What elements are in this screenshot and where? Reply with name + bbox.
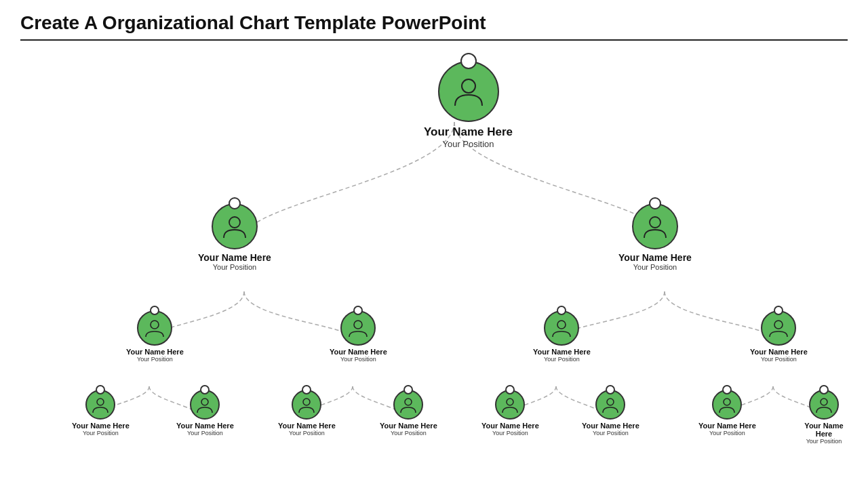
lrl-position: Your Position — [289, 430, 325, 436]
svg-point-11 — [507, 399, 513, 405]
avatar-r1 — [632, 203, 678, 249]
rrr-name: Your Name Here — [800, 422, 848, 438]
avatar-rr — [761, 310, 796, 346]
rrl-name: Your Name Here — [698, 422, 756, 430]
avatar-rll — [495, 390, 525, 420]
ring-ll — [150, 306, 159, 315]
svg-point-4 — [354, 321, 362, 329]
ring-lrl — [302, 385, 311, 394]
ring-root — [460, 53, 477, 69]
svg-point-2 — [650, 217, 660, 228]
svg-point-5 — [557, 321, 566, 329]
node-llr: Your Name Here Your Position — [176, 390, 234, 436]
node-lll: Your Name Here Your Position — [72, 390, 130, 436]
ring-lrr — [403, 385, 413, 394]
node-rrl: Your Name Here Your Position — [698, 390, 756, 436]
avatar-rlr — [595, 390, 625, 420]
root-position: Your Position — [442, 139, 494, 149]
node-rlr: Your Name Here Your Position — [582, 390, 639, 436]
avatar-lrl — [292, 390, 321, 420]
lrr-name: Your Name Here — [380, 422, 437, 430]
ring-rll — [505, 385, 515, 394]
node-rr: Your Name Here Your Position — [750, 310, 808, 363]
svg-point-6 — [774, 321, 783, 329]
node-rrr: Your Name Here Your Position — [800, 390, 848, 445]
node-lrl: Your Name Here Your Position — [278, 390, 336, 436]
svg-point-9 — [303, 399, 310, 405]
svg-point-3 — [151, 321, 159, 329]
page-title: Create A Organizational Chart Template P… — [20, 12, 848, 34]
ring-rr — [774, 306, 783, 315]
lr-name: Your Name Here — [330, 348, 387, 356]
root-name: Your Name Here — [424, 125, 513, 139]
llr-position: Your Position — [187, 430, 223, 436]
rl-position: Your Position — [544, 356, 580, 363]
lr-position: Your Position — [340, 356, 376, 363]
node-r1: Your Name Here Your Position — [618, 203, 692, 271]
node-rl: Your Name Here Your Position — [533, 310, 591, 363]
r1-position: Your Position — [633, 263, 677, 271]
node-l1: Your Name Here Your Position — [198, 203, 271, 271]
lrr-position: Your Position — [391, 430, 427, 436]
avatar-lr — [340, 310, 376, 346]
node-root: Your Name Here Your Position — [424, 61, 513, 149]
node-lrr: Your Name Here Your Position — [380, 390, 437, 436]
svg-point-7 — [97, 399, 104, 405]
ring-llr — [200, 385, 210, 394]
ring-rl — [557, 306, 566, 315]
ring-l1 — [229, 197, 241, 209]
lll-name: Your Name Here — [72, 422, 130, 430]
l1-position: Your Position — [213, 263, 256, 271]
rrr-position: Your Position — [806, 438, 842, 445]
avatar-lll — [85, 390, 115, 420]
llr-name: Your Name Here — [176, 422, 234, 430]
svg-point-1 — [229, 217, 240, 228]
ll-name: Your Name Here — [126, 348, 184, 356]
rl-name: Your Name Here — [533, 348, 591, 356]
rlr-position: Your Position — [593, 430, 629, 436]
svg-point-14 — [821, 399, 827, 405]
rr-position: Your Position — [761, 356, 797, 363]
rrl-position: Your Position — [709, 430, 745, 436]
lll-position: Your Position — [83, 430, 119, 436]
avatar-lrr — [393, 390, 423, 420]
avatar-rl — [544, 310, 579, 346]
l1-name: Your Name Here — [198, 252, 271, 263]
svg-point-8 — [201, 399, 208, 405]
node-ll: Your Name Here Your Position — [126, 310, 184, 363]
chart-area: Your Name Here Your Position Your Name H… — [20, 41, 848, 474]
avatar-ll — [137, 310, 172, 346]
rll-name: Your Name Here — [481, 422, 539, 430]
avatar-l1 — [212, 203, 258, 249]
avatar-rrr — [809, 390, 839, 420]
rr-name: Your Name Here — [750, 348, 808, 356]
node-rll: Your Name Here Your Position — [481, 390, 539, 436]
ring-r1 — [649, 197, 661, 209]
avatar-rrl — [712, 390, 742, 420]
r1-name: Your Name Here — [618, 252, 692, 263]
svg-point-13 — [724, 399, 730, 405]
ring-rlr — [606, 385, 615, 394]
lrl-name: Your Name Here — [278, 422, 336, 430]
ring-rrr — [819, 385, 829, 394]
ring-lr — [353, 306, 363, 315]
ll-position: Your Position — [137, 356, 173, 363]
avatar-root — [438, 61, 499, 122]
svg-point-0 — [462, 79, 475, 93]
node-lr: Your Name Here Your Position — [330, 310, 387, 363]
ring-lll — [96, 385, 105, 394]
svg-point-12 — [607, 399, 614, 405]
rll-position: Your Position — [492, 430, 528, 436]
svg-point-10 — [405, 399, 412, 405]
rlr-name: Your Name Here — [582, 422, 639, 430]
avatar-llr — [190, 390, 220, 420]
ring-rrl — [722, 385, 732, 394]
page: Create A Organizational Chart Template P… — [0, 0, 868, 488]
